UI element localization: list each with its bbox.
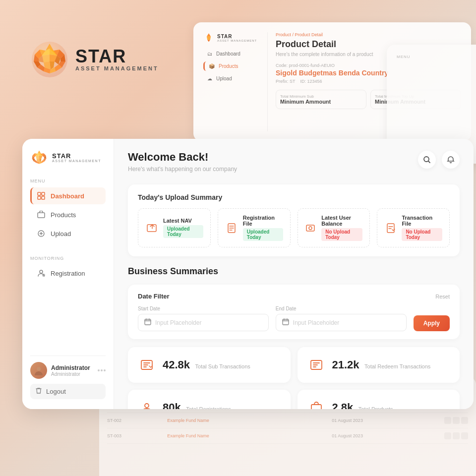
transaction-upload-label: Transaction File — [402, 215, 442, 227]
reset-button[interactable]: Reset — [435, 294, 450, 299]
notification-button[interactable] — [442, 151, 460, 169]
stat-sub-label: Total Sub Transactions — [195, 363, 250, 369]
sidebar: STAR ASSET MANAGEMENT MENU Dashboard — [22, 139, 114, 409]
stat-card-products: 2.8k Total Products — [298, 390, 460, 409]
nav-upload-icon — [145, 221, 158, 236]
bg-nav-dashboard: 🗂 Dashboard — [203, 49, 261, 59]
table-row: ST-002 Example Fund Name 01 August 2023 — [107, 413, 468, 428]
sidebar-logo-text: STAR ASSET MANAGEMENT — [52, 153, 101, 163]
bg-logo: STAR ASSET MANAGEMENT — [203, 32, 261, 43]
logo-subtitle-text: ASSET MANAGEMENT — [75, 65, 159, 71]
svg-rect-54 — [147, 225, 156, 232]
end-date-input[interactable]: Input Placeholder — [276, 314, 407, 331]
sidebar-item-dashboard[interactable]: Dashboard — [30, 187, 106, 204]
nav-upload-status: Uploaded Today — [163, 225, 203, 238]
upload-items: Latest NAV Uploaded Today Registration F… — [138, 208, 450, 247]
products-stat-icon — [307, 399, 325, 409]
sidebar-item-products[interactable]: Products — [30, 206, 106, 223]
business-summaries-title: Business Summaries — [128, 266, 460, 277]
svg-rect-45 — [42, 192, 45, 195]
start-date-label: Start Date — [138, 306, 269, 311]
start-date-input[interactable]: Input Placeholder — [138, 314, 269, 331]
search-button[interactable] — [418, 151, 436, 169]
monitoring-label: MONITORING — [30, 256, 106, 261]
main-logo: STAR ASSET MANAGEMENT — [30, 40, 159, 79]
upload-item-transaction: Transaction File No Upload Today — [377, 208, 450, 247]
svg-rect-46 — [38, 196, 41, 199]
user-area: Administrator Administrator Logout — [30, 356, 106, 399]
svg-point-57 — [309, 227, 312, 230]
stat-reg-label: Total Registrations — [186, 406, 231, 409]
date-inputs: Start Date Input Placeholder End Date — [138, 306, 450, 331]
menu-section-label: MENU — [30, 178, 106, 183]
end-calendar-icon — [282, 318, 289, 327]
balance-upload-status: No Upload Today — [321, 228, 362, 241]
start-calendar-icon — [144, 318, 151, 327]
redeem-transactions-icon — [307, 356, 325, 374]
main-content: Welcome Back! Here's what's happening on… — [114, 139, 474, 409]
svg-rect-64 — [311, 405, 321, 409]
logout-button[interactable]: Logout — [30, 384, 106, 399]
sidebar-logo-globe-icon — [30, 149, 48, 167]
bg-nav-upload: ☁ Upload — [203, 74, 261, 83]
stat-products-content: 2.8k Total Products — [332, 401, 393, 409]
end-date-group: End Date Input Placeholder — [276, 306, 407, 331]
transaction-upload-status: No Upload Today — [402, 228, 442, 241]
balance-upload-label: Latest User Balance — [321, 215, 362, 227]
date-filter-header: Date Filter Reset — [138, 293, 450, 300]
svg-rect-60 — [283, 319, 289, 325]
bg-nav-products-label: Products — [219, 63, 238, 69]
user-details: Administrator Administrator — [51, 364, 90, 377]
bg-product-card: STAR ASSET MANAGEMENT MENU 🗂 Dashboard 📦… — [193, 22, 471, 141]
svg-point-52 — [37, 367, 41, 371]
user-name: Administrator — [51, 364, 90, 371]
svg-rect-58 — [387, 224, 394, 233]
registration-icon — [37, 269, 46, 278]
sidebar-asset-text: ASSET MANAGEMENT — [52, 159, 101, 163]
search-icon — [423, 156, 431, 164]
nav-items: Dashboard Products Uploa — [30, 187, 106, 242]
sidebar-registration-label: Registration — [51, 270, 85, 277]
svg-marker-22 — [207, 33, 211, 37]
logout-label: Logout — [46, 388, 66, 395]
logo-globe-icon — [30, 40, 69, 79]
logo-text: STAR ASSET MANAGEMENT — [75, 48, 159, 71]
reg-upload-label: Registration File — [243, 215, 283, 227]
stat-sub-transactions-content: 42.8k Total Sub Transactions — [163, 358, 250, 371]
upload-item-nav: Latest NAV Uploaded Today — [138, 208, 211, 247]
date-filter-card: Date Filter Reset Start Date Input Place… — [128, 285, 460, 339]
stat-sub-value: 42.8k — [163, 358, 190, 371]
stat-products-label: Total Products — [358, 406, 393, 409]
sidebar-item-upload[interactable]: Upload — [30, 225, 106, 242]
header-icons — [418, 151, 460, 169]
svg-marker-41 — [36, 156, 39, 159]
upload-summary-card: Today's Upload Summary Latest NAV Upload… — [128, 184, 460, 256]
avatar — [30, 362, 47, 379]
svg-rect-44 — [38, 192, 41, 195]
bg-nav-upload-label: Upload — [216, 76, 232, 81]
logo-star-text: STAR — [75, 48, 159, 65]
dashboard-card: STAR ASSET MANAGEMENT MENU Dashboard — [22, 139, 474, 409]
sidebar-item-registration[interactable]: Registration — [30, 265, 106, 282]
upload-icon — [37, 229, 46, 238]
svg-rect-48 — [38, 213, 45, 218]
sidebar-dashboard-label: Dashboard — [51, 192, 84, 200]
welcome-subtitle: Here's what's happening on our company — [128, 166, 237, 173]
start-date-placeholder: Input Placeholder — [155, 319, 262, 326]
reg-upload-info: Registration File Uploaded Today — [243, 215, 283, 241]
sidebar-logo: STAR ASSET MANAGEMENT — [30, 149, 106, 167]
apply-button[interactable]: Apply — [414, 315, 450, 331]
upload-item-reg: Registration File Uploaded Today — [218, 208, 291, 247]
svg-marker-23 — [207, 37, 211, 40]
svg-rect-47 — [42, 196, 45, 199]
sidebar-products-label: Products — [51, 211, 76, 219]
stat-registrations-content: 80k Total Registrations — [163, 401, 231, 409]
reg-upload-icon — [225, 221, 238, 236]
trash-icon — [35, 387, 42, 396]
stat-card-redeem-transactions: 21.2k Total Redeem Transactions — [298, 347, 460, 383]
stat-card-sub-transactions: 42.8k Total Sub Transactions — [128, 347, 291, 383]
user-menu-dots[interactable] — [98, 369, 106, 371]
end-date-label: End Date — [276, 306, 407, 311]
monitoring-section: MONITORING Registration — [30, 256, 106, 292]
bg-nav-dashboard-label: Dashboard — [216, 51, 240, 57]
